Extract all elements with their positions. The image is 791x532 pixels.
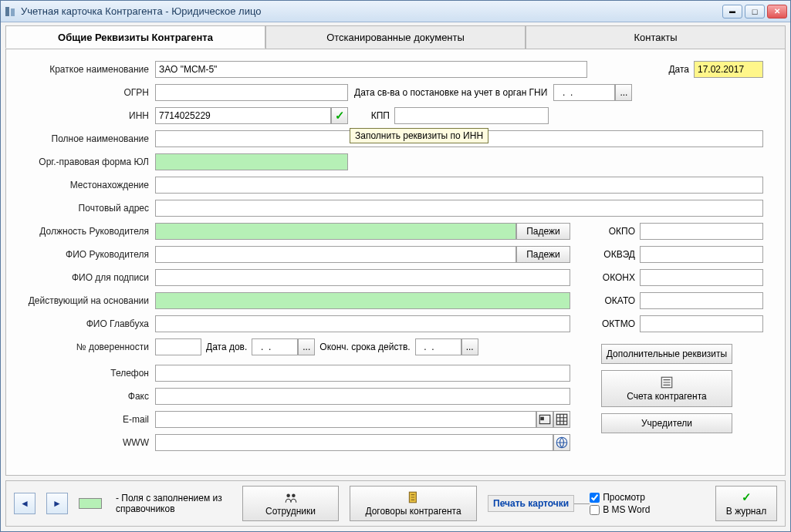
preview-checkbox[interactable]: Просмотр — [590, 492, 650, 503]
label-acting: Действующий на основании — [28, 295, 155, 306]
label-head-fio: ФИО Руководителя — [28, 249, 155, 260]
staff-button-label: Сотрудники — [265, 506, 316, 517]
label-proxy-no: № доверенности — [28, 342, 155, 352]
www-browse-button[interactable] — [553, 434, 570, 451]
okonh-field[interactable] — [640, 269, 763, 286]
email-field[interactable] — [155, 411, 536, 428]
svg-rect-1 — [11, 8, 15, 16]
label-inn: ИНН — [28, 110, 155, 121]
fax-field[interactable] — [155, 388, 570, 405]
orgform-field[interactable] — [155, 153, 348, 170]
contracts-button[interactable]: Договоры контрагента — [350, 486, 477, 521]
proxy-date-picker-button[interactable]: ... — [298, 338, 315, 355]
msword-checkbox[interactable]: В MS Word — [590, 504, 650, 515]
proxy-end-field[interactable] — [415, 338, 461, 355]
ogrn-field[interactable] — [155, 84, 348, 101]
contracts-icon — [407, 490, 421, 504]
location-field[interactable] — [155, 177, 763, 194]
bottom-panel: ◄ ► - Поля с заполнением из справочников… — [5, 480, 786, 527]
phone-field[interactable] — [155, 365, 570, 382]
app-icon — [4, 5, 16, 18]
label-proxy-date: Дата дов. — [201, 342, 252, 352]
label-location: Местонахождение — [28, 180, 155, 190]
postaddr-field[interactable] — [155, 200, 763, 217]
titlebar: Учетная карточка Контрагента - Юридическ… — [1, 1, 790, 22]
label-glavbuh: ФИО Главбуха — [28, 318, 155, 329]
proxy-date-field[interactable] — [252, 338, 298, 355]
proxy-end-picker-button[interactable]: ... — [461, 338, 478, 355]
label-ogrn: ОГРН — [28, 87, 155, 98]
label-cert-date: Дата св-ва о постановке на учет в орган … — [348, 87, 553, 98]
founders-button[interactable]: Учредители — [601, 413, 732, 433]
shortname-field[interactable] — [155, 61, 587, 78]
head-pos-field[interactable] — [155, 223, 516, 240]
check-icon: ✓ — [335, 109, 345, 123]
tooltip-inn: Заполнить реквизиты по ИНН — [350, 128, 488, 143]
check-icon: ✓ — [742, 490, 752, 504]
svg-rect-3 — [540, 417, 544, 421]
label-fax: Факс — [28, 391, 155, 402]
svg-point-8 — [292, 494, 296, 498]
msword-checkbox-label: В MS Word — [603, 504, 650, 515]
arrow-right-icon: ► — [52, 498, 62, 509]
msword-checkbox-input[interactable] — [590, 505, 600, 515]
legend-swatch — [79, 498, 102, 509]
label-oktmo: ОКТМО — [601, 318, 640, 329]
journal-button-label: В журнал — [726, 506, 766, 517]
okpo-field[interactable] — [640, 223, 763, 240]
staff-icon — [284, 490, 298, 504]
okved-field[interactable] — [640, 246, 763, 263]
cert-date-picker-button[interactable]: ... — [615, 84, 632, 101]
tab-main[interactable]: Общие Реквизиты Контрагента — [5, 25, 265, 49]
label-www: WWW — [28, 437, 155, 448]
date-field[interactable] — [694, 61, 763, 78]
maximize-button[interactable] — [745, 5, 765, 19]
grid-icon — [555, 412, 569, 426]
kpp-field[interactable] — [394, 107, 549, 124]
label-date: Дата — [668, 64, 694, 75]
extra-requisites-button[interactable]: Дополнительные реквизиты — [601, 344, 732, 364]
head-fio-field[interactable] — [155, 246, 516, 263]
prev-button[interactable]: ◄ — [14, 493, 35, 514]
accounts-button[interactable]: Счета контрагента — [601, 370, 732, 407]
inn-field[interactable] — [155, 107, 331, 124]
accounts-icon — [660, 375, 674, 389]
sign-fio-field[interactable] — [155, 269, 570, 286]
label-proxy-end: Оконч. срока действ. — [315, 342, 414, 352]
browser-icon — [555, 436, 569, 450]
staff-button[interactable]: Сотрудники — [242, 486, 339, 521]
cases-button-1[interactable]: Падежи — [516, 223, 570, 240]
svg-point-7 — [286, 494, 290, 498]
contracts-button-label: Договоры контрагента — [365, 506, 461, 517]
cases-button-2[interactable]: Падежи — [516, 246, 570, 263]
label-fullname: Полное наименование — [28, 133, 155, 144]
label-head-pos: Должность Руководителя — [28, 226, 155, 237]
tab-contacts[interactable]: Контакты — [526, 25, 786, 49]
label-sign-fio: ФИО для подписи — [28, 272, 155, 283]
card-icon — [538, 412, 552, 426]
tab-bar: Общие Реквизиты Контрагента Отсканирован… — [5, 25, 786, 49]
print-card-button[interactable]: Печать карточки — [488, 495, 574, 512]
minimize-button[interactable] — [722, 5, 742, 19]
label-postaddr: Почтовый адрес — [28, 203, 155, 214]
tab-scanned[interactable]: Отсканированные документы — [265, 25, 526, 49]
acting-field[interactable] — [155, 292, 570, 309]
journal-button[interactable]: ✓ В журнал — [715, 486, 777, 521]
next-button[interactable]: ► — [46, 493, 68, 514]
proxy-no-field[interactable] — [155, 338, 201, 355]
label-okved: ОКВЭД — [601, 249, 640, 260]
print-connector — [574, 503, 590, 504]
email-action2-button[interactable] — [553, 411, 570, 428]
print-group: Печать карточки Просмотр В MS Word — [488, 492, 650, 515]
email-action1-button[interactable] — [536, 411, 553, 428]
close-button[interactable] — [767, 5, 787, 19]
okato-field[interactable] — [640, 292, 763, 309]
www-field[interactable] — [155, 434, 553, 451]
preview-checkbox-input[interactable] — [590, 493, 600, 503]
cert-date-field[interactable] — [553, 84, 615, 101]
glavbuh-field[interactable] — [155, 315, 570, 332]
label-email: E-mail — [28, 414, 155, 425]
oktmo-field[interactable] — [640, 315, 763, 332]
preview-checkbox-label: Просмотр — [603, 492, 645, 503]
inn-check-button[interactable]: ✓ — [331, 107, 348, 124]
